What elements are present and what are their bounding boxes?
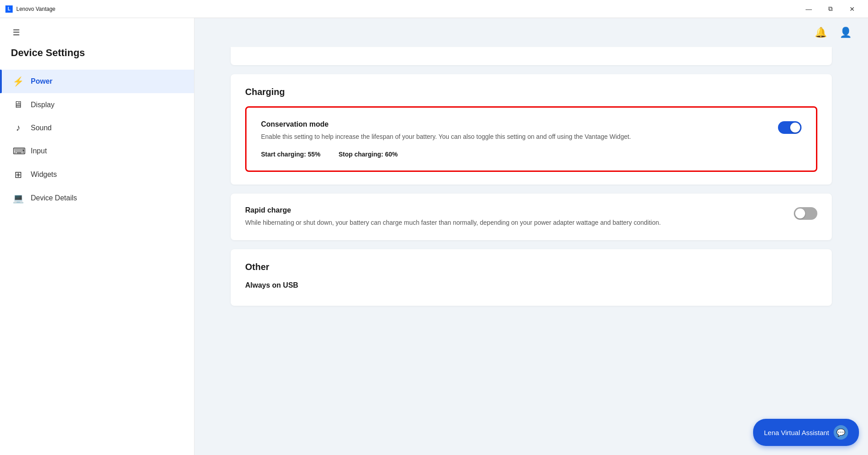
sidebar-item-sound[interactable]: ♪ Sound	[0, 116, 194, 139]
lena-avatar-icon: 💬	[836, 428, 845, 437]
sidebar-item-display-label: Display	[31, 101, 54, 109]
previous-card-partial	[231, 47, 832, 65]
restore-button[interactable]: ⧉	[820, 2, 841, 16]
always-on-usb-info: Always on USB	[245, 281, 817, 293]
sidebar-item-input-label: Input	[31, 147, 47, 155]
conservation-toggle-track[interactable]	[778, 121, 802, 134]
sidebar-item-widgets[interactable]: ⊞ Widgets	[0, 163, 194, 186]
lena-label: Lena Virtual Assistant	[764, 429, 829, 436]
title-bar-left: L Lenovo Vantage	[5, 5, 56, 13]
bell-icon: 🔔	[815, 27, 827, 38]
charge-info: Start charging: 55% Stop charging: 60%	[261, 151, 802, 158]
always-on-usb-name: Always on USB	[245, 281, 817, 289]
display-icon: 🖥	[13, 100, 24, 110]
conservation-toggle-thumb	[790, 123, 800, 133]
widgets-icon: ⊞	[13, 169, 24, 180]
user-profile-button[interactable]: 👤	[838, 25, 854, 40]
start-charging-label: Start charging: 55%	[261, 151, 320, 158]
sidebar-item-power[interactable]: ⚡ Power	[0, 70, 194, 93]
rapid-charge-toggle-thumb	[795, 209, 805, 218]
user-icon: 👤	[840, 27, 852, 38]
conservation-mode-toggle[interactable]	[778, 121, 802, 134]
device-details-icon: 💻	[13, 193, 24, 204]
stop-charging-label: Stop charging: 60%	[338, 151, 398, 158]
conservation-mode-card: Conservation mode Enable this setting to…	[245, 106, 817, 172]
window-controls: — ⧉ ✕	[798, 2, 863, 16]
top-bar: 🔔 👤	[194, 18, 868, 47]
sidebar-header: ☰	[0, 18, 194, 47]
conservation-mode-name: Conservation mode	[261, 120, 769, 128]
sidebar-item-sound-label: Sound	[31, 124, 52, 132]
sidebar-item-display[interactable]: 🖥 Display	[0, 93, 194, 116]
rapid-charge-card: Rapid charge While hibernating or shut d…	[231, 194, 832, 240]
rapid-charge-desc: While hibernating or shut down, your bat…	[245, 218, 785, 228]
power-icon: ⚡	[13, 76, 24, 87]
conservation-mode-info: Conservation mode Enable this setting to…	[261, 120, 769, 142]
rapid-charge-name: Rapid charge	[245, 206, 785, 214]
input-icon: ⌨	[13, 146, 24, 156]
always-on-usb-row: Always on USB	[245, 281, 817, 293]
sidebar-item-power-label: Power	[31, 77, 52, 85]
sidebar-item-device-details-label: Device Details	[31, 194, 77, 202]
sidebar-item-input[interactable]: ⌨ Input	[0, 139, 194, 163]
sidebar-item-device-details[interactable]: 💻 Device Details	[0, 186, 194, 210]
sidebar-title: Device Settings	[0, 47, 194, 70]
lena-virtual-assistant-button[interactable]: Lena Virtual Assistant 💬	[753, 419, 859, 446]
other-section-card: Other Always on USB	[231, 249, 832, 306]
conservation-mode-desc: Enable this setting to help increase the…	[261, 132, 769, 142]
sidebar: ☰ Device Settings ⚡ Power 🖥 Display ♪ So…	[0, 18, 194, 455]
app-title: Lenovo Vantage	[16, 6, 56, 12]
minimize-button[interactable]: —	[798, 2, 819, 16]
rapid-charge-row: Rapid charge While hibernating or shut d…	[245, 206, 817, 228]
sidebar-item-widgets-label: Widgets	[31, 171, 57, 179]
lena-avatar: 💬	[834, 425, 848, 440]
close-button[interactable]: ✕	[842, 2, 863, 16]
charging-section-card: Charging Conservation mode Enable this s…	[231, 74, 832, 185]
sound-icon: ♪	[13, 123, 24, 133]
app-logo: L	[5, 5, 13, 13]
conservation-mode-row: Conservation mode Enable this setting to…	[261, 120, 802, 142]
content-scroll[interactable]: Charging Conservation mode Enable this s…	[194, 47, 868, 455]
content-area: 🔔 👤 Charging Conservation mode	[194, 18, 868, 455]
rapid-charge-toggle[interactable]	[794, 207, 817, 220]
title-bar: L Lenovo Vantage — ⧉ ✕	[0, 0, 868, 18]
app-body: ☰ Device Settings ⚡ Power 🖥 Display ♪ So…	[0, 18, 868, 455]
rapid-charge-toggle-track[interactable]	[794, 207, 817, 220]
other-section-title: Other	[245, 262, 817, 272]
rapid-charge-info: Rapid charge While hibernating or shut d…	[245, 206, 785, 228]
charging-section-title: Charging	[245, 87, 817, 97]
notification-bell-button[interactable]: 🔔	[813, 25, 829, 40]
hamburger-menu-button[interactable]: ☰	[11, 26, 22, 39]
